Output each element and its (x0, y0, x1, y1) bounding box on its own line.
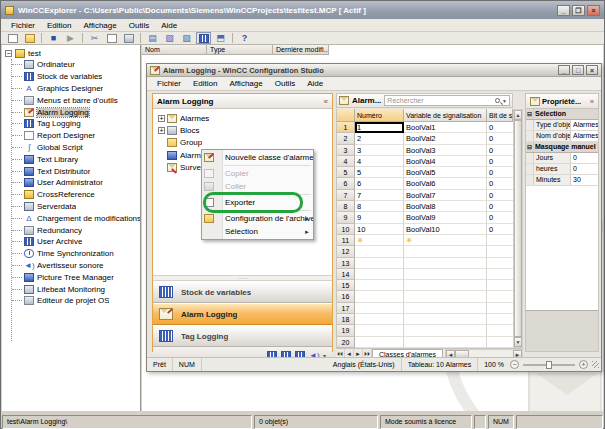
row-number[interactable]: 17 (337, 303, 355, 314)
expand-panel-icon[interactable]: » (590, 97, 594, 106)
inner-close-button[interactable]: × (586, 65, 598, 75)
collapse-panel-icon[interactable]: « (324, 97, 328, 106)
paste-icon[interactable] (121, 32, 136, 44)
context-menu-item-s-lection[interactable]: Sélection► (202, 225, 313, 238)
properties-panel-header[interactable]: Propriété... » (526, 94, 598, 109)
cell-bit[interactable]: 0 (487, 133, 513, 144)
cell-variable[interactable]: BoolVal5 (404, 167, 487, 178)
property-value[interactable]: 0 (571, 164, 598, 174)
inner-maximize-button[interactable]: □ (572, 65, 584, 75)
copy-icon[interactable] (104, 32, 119, 44)
cell-variable[interactable] (404, 337, 487, 348)
outer-menu-fichier[interactable]: Fichier (5, 20, 41, 31)
cell-bit[interactable]: 0 (487, 156, 513, 167)
open-project-icon[interactable] (22, 32, 37, 44)
search-placeholder[interactable]: Rechercher (387, 97, 495, 104)
inner-menu-outils[interactable]: Outils (269, 78, 301, 89)
cell-bit[interactable]: 0 (487, 212, 513, 223)
cell-variable[interactable]: BoolVal3 (404, 145, 487, 156)
row-number[interactable]: 19 (337, 325, 355, 336)
cell-bit[interactable]: 0 (487, 178, 513, 189)
project-tree-pane[interactable]: −testOrdinateurStock de variablesAGraphi… (2, 45, 141, 411)
cell-numero[interactable] (355, 337, 404, 348)
row-number[interactable]: 13 (337, 258, 355, 269)
sidebar-item-text-distributor[interactable]: Text Distributor (2, 165, 140, 177)
sidebar-item-avertisseur-sonore[interactable]: ◄)Avertisseur sonore (2, 260, 140, 272)
list-view-icon[interactable]: ▨ (179, 32, 194, 44)
cell-numero[interactable] (355, 325, 404, 336)
property-value[interactable]: 30 (571, 175, 598, 185)
activate-runtime-icon[interactable]: ■ (46, 32, 61, 44)
cell-bit[interactable]: 0 (487, 201, 513, 212)
zoom-slider[interactable] (523, 364, 575, 366)
row-number[interactable]: 4 (337, 156, 355, 167)
cell-numero[interactable]: 1 (355, 122, 404, 133)
sidebar-item-user-archive[interactable]: User Archive (2, 236, 140, 248)
list-column-nom[interactable]: Nom (142, 45, 207, 55)
cell-bit[interactable] (487, 314, 513, 325)
sidebar-item-text-library[interactable]: Text Library (2, 153, 140, 165)
table-vertical-scrollbar[interactable]: ▲ ▼ (513, 109, 523, 348)
cell-numero[interactable] (355, 303, 404, 314)
collapse-section-icon[interactable]: ⊟ (526, 142, 534, 152)
cell-bit[interactable] (487, 337, 513, 348)
sidebar-item-editeur-de-projet-os[interactable]: Editeur de projet OS (2, 295, 140, 307)
cell-variable[interactable]: ✳ (404, 235, 487, 246)
close-button[interactable]: × (587, 5, 600, 16)
context-menu-item-exporter[interactable]: Exporter (202, 196, 313, 209)
row-number[interactable]: 5 (337, 167, 355, 178)
cell-numero[interactable]: 6 (355, 178, 404, 189)
list-column-type[interactable]: Type (207, 45, 273, 55)
cell-variable[interactable]: BoolVal6 (404, 178, 487, 189)
row-number[interactable]: 7 (337, 190, 355, 201)
cell-numero[interactable]: 7 (355, 190, 404, 201)
property-value[interactable]: Alarmes (571, 131, 598, 141)
search-icon[interactable] (495, 98, 500, 103)
cell-bit[interactable] (487, 280, 513, 291)
sidebar-item-menus-et-barre-d-outils[interactable]: Menus et barre d'outils (2, 94, 140, 106)
large-icons-icon[interactable]: ▤ (145, 32, 160, 44)
outer-menu-aide[interactable]: Aide (155, 20, 183, 31)
property-value[interactable]: Alarmes (571, 120, 598, 130)
minimize-button[interactable]: _ (557, 5, 570, 16)
cell-variable[interactable]: BoolVal9 (404, 212, 487, 223)
scroll-down-icon[interactable]: ▼ (514, 337, 522, 347)
context-menu-item-nouvelle-classe-d-alarmes[interactable]: Nouvelle classe d'alarmes (202, 151, 313, 164)
zoom-out-button[interactable]: − (510, 360, 519, 369)
sidebar-item-graphics-designer[interactable]: AGraphics Designer (2, 83, 140, 95)
sidebar-item-crossreference[interactable]: CrossReference (2, 189, 140, 201)
cell-numero[interactable]: 3 (355, 145, 404, 156)
scroll-up-icon[interactable]: ▲ (514, 110, 522, 120)
list-column-dernière[interactable]: Dernière modifi... (273, 45, 329, 55)
row-number[interactable]: 8 (337, 201, 355, 212)
cell-numero[interactable]: 5 (355, 167, 404, 178)
row-number[interactable]: 15 (337, 280, 355, 291)
cell-numero[interactable]: 8 (355, 201, 404, 212)
alarm-tree-item-blocs[interactable]: +Blocs (153, 124, 332, 136)
cell-variable[interactable] (404, 280, 487, 291)
restore-button[interactable]: ❐ (572, 5, 585, 16)
row-number-header[interactable] (337, 109, 355, 122)
sidebar-item-report-designer[interactable]: Report Designer (2, 130, 140, 142)
inner-menu-fichier[interactable]: Fichier (151, 78, 187, 89)
inner-menu-aide[interactable]: Aide (301, 78, 329, 89)
sidebar-item-time-synchronization[interactable]: Time Synchronization (2, 248, 140, 260)
search-box[interactable]: Rechercher ▼ (384, 95, 510, 106)
cell-numero[interactable]: 2 (355, 133, 404, 144)
sidebar-item-picture-tree-manager[interactable]: Picture Tree Manager (2, 271, 140, 283)
row-number[interactable]: 6 (337, 178, 355, 189)
cell-bit[interactable]: 0 (487, 167, 513, 178)
details-view-icon[interactable] (196, 32, 211, 44)
cell-numero[interactable]: 4 (355, 156, 404, 167)
alarm-tree-item-alarmes[interactable]: +Alarmes (153, 112, 332, 124)
property-section-s-lection[interactable]: ⊟Sélection (526, 109, 598, 120)
inner-menu-affichage[interactable]: Affichage (223, 78, 268, 89)
scrollbar-thumb[interactable] (514, 120, 522, 337)
cell-variable[interactable] (404, 269, 487, 280)
outer-title-bar[interactable]: WinCCExplorer - C:\Users\Public\Document… (1, 1, 604, 19)
sidebar-item-stock-de-variables[interactable]: Stock de variables (2, 71, 140, 83)
sidebar-item-user-administrator[interactable]: User Administrator (2, 177, 140, 189)
status-language[interactable]: Anglais (États-Unis) (327, 358, 402, 371)
small-icons-icon[interactable]: ▧ (162, 32, 177, 44)
cell-numero[interactable] (355, 280, 404, 291)
